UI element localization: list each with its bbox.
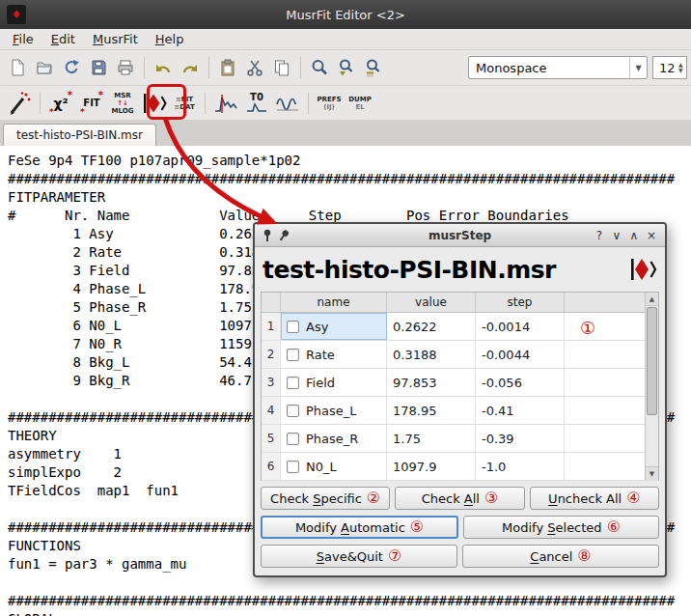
musr-prefs-icon[interactable]: PREFS (IJ) bbox=[314, 89, 345, 118]
modify-automatic-button[interactable]: Modify Automatic⑤ bbox=[261, 516, 458, 539]
step-cell[interactable]: -0.41 bbox=[476, 397, 565, 424]
find-icon[interactable] bbox=[306, 54, 333, 81]
open-file-icon[interactable] bbox=[31, 54, 58, 81]
value-cell[interactable]: 178.95 bbox=[387, 397, 476, 424]
cancel-button[interactable]: Cancel⑧ bbox=[462, 545, 659, 568]
row-number: 6 bbox=[262, 453, 281, 480]
table-row: 5 Phase_R 1.75 -0.39 bbox=[262, 425, 658, 453]
musr-wizard-icon[interactable] bbox=[4, 89, 35, 118]
modify-selected-button[interactable]: Modify Selected⑥ bbox=[463, 516, 659, 539]
checkbox[interactable] bbox=[287, 349, 299, 361]
checkbox[interactable] bbox=[287, 405, 299, 417]
col-header-value[interactable]: value bbox=[387, 293, 476, 312]
col-header-step[interactable]: step bbox=[476, 293, 565, 312]
cut-icon[interactable] bbox=[241, 54, 268, 81]
tab-bar: test-histo-PSI-BIN.msr bbox=[0, 121, 691, 146]
row-number: 3 bbox=[262, 369, 281, 396]
window-titlebar: ♦ MusrFit Editor <2> bbox=[0, 0, 691, 29]
scroll-down-icon[interactable]: ▼ bbox=[646, 466, 658, 480]
value-cell[interactable]: 1097.9 bbox=[387, 453, 476, 480]
chevron-down-icon[interactable]: ▼ bbox=[629, 57, 647, 78]
name-cell[interactable]: Phase_R bbox=[281, 425, 387, 452]
shade-icon[interactable]: ∨ bbox=[609, 228, 624, 243]
step-cell[interactable]: -0.056 bbox=[476, 369, 565, 396]
musr-fit-icon[interactable]: FIT ** bbox=[76, 89, 107, 118]
spin-down-icon[interactable]: ▼ bbox=[678, 68, 683, 73]
save-icon[interactable] bbox=[85, 54, 112, 81]
check-all-button[interactable]: Check All③ bbox=[395, 487, 524, 510]
row-number: 4 bbox=[262, 397, 281, 424]
copy-icon[interactable] bbox=[268, 54, 295, 81]
name-cell[interactable]: Rate bbox=[281, 341, 387, 368]
corner-header bbox=[262, 293, 281, 312]
menu-musrfit[interactable]: MusrFit bbox=[84, 30, 147, 48]
spinner-arrows[interactable]: ▲ ▼ bbox=[676, 62, 686, 73]
uncheck-all-button[interactable]: Uncheck All④ bbox=[530, 487, 659, 510]
value-cell[interactable]: 97.853 bbox=[387, 369, 476, 396]
find-next-icon[interactable] bbox=[333, 54, 360, 81]
button-row-exit: Save&Quit⑦ Cancel⑧ bbox=[261, 545, 659, 568]
col-header-name[interactable]: name bbox=[281, 293, 387, 312]
step-cell[interactable]: -0.0044 bbox=[476, 341, 565, 368]
separator bbox=[208, 57, 209, 78]
scrollbar-thumb[interactable] bbox=[647, 307, 657, 415]
row-number: 1 bbox=[262, 313, 281, 340]
menu-edit[interactable]: Edit bbox=[42, 30, 84, 48]
musr-view-icon[interactable] bbox=[272, 89, 303, 118]
dialog-titlebar[interactable]: musrStep ? ∨ ∧ × bbox=[255, 224, 665, 247]
musr-dump-icon[interactable]: DUMP EL bbox=[345, 89, 375, 118]
step-cell[interactable]: -0.39 bbox=[476, 425, 565, 452]
musr-t0-histogram-icon[interactable] bbox=[210, 89, 241, 118]
new-file-icon[interactable] bbox=[4, 54, 31, 81]
pin-icon[interactable] bbox=[277, 228, 290, 243]
separator bbox=[40, 93, 41, 114]
name-cell[interactable]: Field bbox=[281, 369, 387, 396]
find-replace-icon[interactable] bbox=[360, 54, 387, 81]
save-quit-button[interactable]: Save&Quit⑦ bbox=[261, 545, 457, 568]
name-cell[interactable]: Asy bbox=[281, 313, 387, 340]
reload-icon[interactable] bbox=[58, 54, 85, 81]
font-size-stepper[interactable]: 12 ▲ ▼ bbox=[652, 56, 687, 79]
annotation-7: ⑦ bbox=[388, 548, 401, 564]
musrstep-dialog: musrStep ? ∨ ∧ × test-histo-PSI-BIN.msr … bbox=[253, 222, 667, 577]
checkbox[interactable] bbox=[287, 377, 299, 389]
checkbox[interactable] bbox=[287, 433, 299, 445]
step-cell[interactable]: -0.0014 bbox=[476, 313, 565, 340]
row-number: 5 bbox=[262, 425, 281, 452]
pin-icon[interactable] bbox=[261, 228, 274, 243]
scroll-up-icon[interactable]: ▲ bbox=[646, 293, 658, 306]
menu-file[interactable]: File bbox=[4, 30, 42, 48]
musr-t0-icon[interactable]: T0 bbox=[241, 89, 272, 118]
checkbox[interactable] bbox=[287, 321, 299, 333]
table-header-row: name value step bbox=[262, 293, 658, 313]
table-scrollbar[interactable]: ▲ ▼ bbox=[645, 293, 658, 480]
redo-icon[interactable] bbox=[177, 54, 204, 81]
menu-help[interactable]: Help bbox=[147, 30, 193, 48]
step-cell[interactable]: -1.0 bbox=[476, 453, 565, 480]
paste-icon[interactable] bbox=[214, 54, 241, 81]
close-icon[interactable]: × bbox=[644, 228, 659, 243]
table-row: 3 Field 97.853 -0.056 bbox=[262, 369, 658, 397]
font-family-select[interactable]: Monospace ▼ bbox=[468, 56, 648, 79]
parameter-table: name value step 1 Asy 0.2622 -0.0014 2 R… bbox=[261, 292, 659, 481]
msr2data-icon[interactable]: ≡FIT ≡DAT bbox=[169, 89, 200, 118]
window-title: MusrFit Editor <2> bbox=[0, 8, 691, 22]
tab-msr-file[interactable]: test-histo-PSI-BIN.msr bbox=[3, 124, 156, 146]
msr2mlog-swap-icon[interactable]: MSR ↑↓ MLOG bbox=[107, 89, 138, 118]
musrfit-toolbar: χ² ** FIT ** MSR ↑↓ MLOG ≡FIT ≡DAT T0 PR… bbox=[0, 86, 691, 121]
unshade-icon[interactable]: ∧ bbox=[626, 228, 642, 243]
value-cell[interactable]: 0.2622 bbox=[387, 313, 476, 340]
value-cell[interactable]: 0.3188 bbox=[387, 341, 476, 368]
annotation-8: ⑧ bbox=[577, 548, 591, 564]
help-icon[interactable]: ? bbox=[592, 228, 607, 243]
button-row-check: Check Specific② Check All③ Uncheck All④ bbox=[261, 487, 659, 510]
check-specific-button[interactable]: Check Specific② bbox=[261, 487, 390, 510]
musr-calc-chisq-icon[interactable]: χ² ** bbox=[45, 89, 76, 118]
print-icon[interactable] bbox=[112, 54, 139, 81]
undo-icon[interactable] bbox=[150, 54, 177, 81]
value-cell[interactable]: 1.75 bbox=[387, 425, 476, 452]
checkbox[interactable] bbox=[287, 461, 299, 473]
name-cell[interactable]: N0_L bbox=[281, 453, 387, 480]
musr-step-icon[interactable] bbox=[138, 89, 169, 118]
name-cell[interactable]: Phase_L bbox=[281, 397, 387, 424]
